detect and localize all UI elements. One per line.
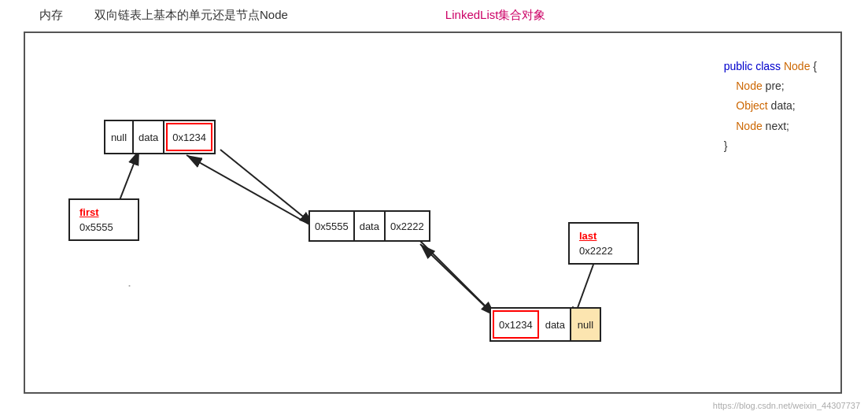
code-line1: public class Node {	[724, 57, 817, 76]
memory-label: 内存	[39, 8, 63, 23]
svg-line-6	[420, 244, 497, 318]
svg-line-4	[187, 155, 316, 228]
last-value: 0x2222	[579, 245, 628, 257]
node2-next: 0x2222	[386, 212, 429, 240]
svg-line-5	[419, 239, 496, 317]
diagram-box: null data 0x1234 0x5555 data 0x2222 0x12…	[24, 31, 842, 394]
first-value: 0x5555	[79, 221, 128, 233]
first-label: first	[79, 206, 128, 218]
node3-next: null	[571, 309, 600, 340]
brace-close: }	[724, 139, 728, 152]
brace-open: {	[813, 60, 817, 72]
node3-data: data	[541, 309, 571, 340]
node1-next: 0x1234	[166, 123, 212, 151]
node1: null data 0x1234	[104, 120, 216, 154]
description-label: 双向链表上基本的单元还是节点Node	[94, 8, 288, 23]
node3: 0x1234 data null	[489, 307, 601, 342]
code-line2: Node pre;	[724, 76, 817, 96]
last-ref-box: last 0x2222	[568, 222, 639, 265]
last-label: last	[579, 230, 628, 242]
code-line5: }	[724, 136, 817, 156]
node2-pre: 0x5555	[310, 212, 355, 240]
node2: 0x5555 data 0x2222	[308, 210, 430, 242]
var-next: next;	[766, 120, 789, 132]
keyword-class: class	[755, 60, 784, 72]
svg-line-3	[220, 150, 315, 226]
node1-data: data	[134, 121, 164, 153]
var-pre: pre;	[766, 80, 785, 92]
type-object: Object	[736, 99, 770, 112]
first-ref-box: first 0x5555	[68, 198, 139, 241]
node3-pre: 0x1234	[493, 310, 539, 339]
var-data: data;	[771, 99, 796, 112]
class-name: Node	[784, 60, 813, 72]
dot-decoration: ·	[127, 277, 131, 294]
code-block: public class Node { Node pre; Object dat…	[724, 57, 817, 156]
node1-pre: null	[105, 121, 134, 153]
code-line3: Object data;	[724, 96, 817, 116]
type-node2: Node	[736, 120, 765, 132]
arrows-overlay	[25, 33, 840, 392]
linkedlist-label: LinkedList集合对象	[445, 8, 546, 23]
type-node1: Node	[736, 80, 765, 92]
keyword-public: public	[724, 60, 755, 72]
node2-data: data	[355, 212, 386, 240]
watermark: https://blog.csdn.net/weixin_44307737	[713, 401, 860, 410]
code-line4: Node next;	[724, 117, 817, 136]
